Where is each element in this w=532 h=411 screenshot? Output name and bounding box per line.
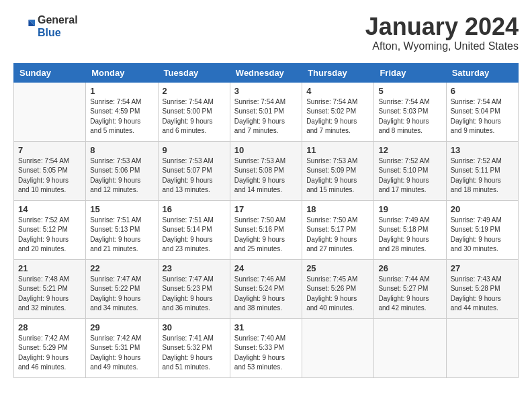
calendar-cell: 9Sunrise: 7:53 AMSunset: 5:07 PMDaylight…	[158, 141, 230, 200]
day-detail: Sunrise: 7:49 AMSunset: 5:19 PMDaylight:…	[451, 216, 514, 255]
day-detail: Sunrise: 7:42 AMSunset: 5:31 PMDaylight:…	[90, 334, 153, 373]
calendar-cell: 16Sunrise: 7:51 AMSunset: 5:14 PMDayligh…	[158, 200, 230, 259]
calendar-cell: 13Sunrise: 7:52 AMSunset: 5:11 PMDayligh…	[446, 141, 518, 200]
calendar-cell: 24Sunrise: 7:46 AMSunset: 5:24 PMDayligh…	[230, 259, 302, 318]
calendar-cell: 27Sunrise: 7:43 AMSunset: 5:28 PMDayligh…	[446, 259, 518, 318]
day-detail: Sunrise: 7:50 AMSunset: 5:16 PMDaylight:…	[234, 216, 298, 255]
day-detail: Sunrise: 7:50 AMSunset: 5:17 PMDaylight:…	[306, 216, 369, 255]
day-number: 18	[306, 204, 369, 214]
calendar-cell: 17Sunrise: 7:50 AMSunset: 5:16 PMDayligh…	[230, 200, 302, 259]
calendar-cell: 2Sunrise: 7:54 AMSunset: 5:00 PMDaylight…	[158, 82, 230, 141]
calendar-header: SundayMondayTuesdayWednesdayThursdayFrid…	[14, 63, 519, 82]
calendar-cell: 21Sunrise: 7:48 AMSunset: 5:21 PMDayligh…	[14, 259, 86, 318]
calendar-cell: 29Sunrise: 7:42 AMSunset: 5:31 PMDayligh…	[86, 318, 158, 377]
day-number: 28	[18, 322, 81, 332]
page-header: General Blue January 2024 Afton, Wyoming…	[13, 13, 519, 52]
calendar: SundayMondayTuesdayWednesdayThursdayFrid…	[13, 63, 519, 378]
calendar-cell: 15Sunrise: 7:51 AMSunset: 5:13 PMDayligh…	[86, 200, 158, 259]
calendar-cell: 19Sunrise: 7:49 AMSunset: 5:18 PMDayligh…	[374, 200, 446, 259]
calendar-cell: 25Sunrise: 7:45 AMSunset: 5:26 PMDayligh…	[302, 259, 374, 318]
day-detail: Sunrise: 7:46 AMSunset: 5:24 PMDaylight:…	[234, 275, 298, 314]
logo-text: General Blue	[38, 13, 78, 39]
day-detail: Sunrise: 7:53 AMSunset: 5:06 PMDaylight:…	[90, 156, 153, 195]
day-detail: Sunrise: 7:54 AMSunset: 4:59 PMDaylight:…	[90, 97, 153, 136]
calendar-cell: 28Sunrise: 7:42 AMSunset: 5:29 PMDayligh…	[14, 318, 86, 377]
day-detail: Sunrise: 7:52 AMSunset: 5:12 PMDaylight:…	[18, 216, 81, 255]
day-number: 15	[90, 204, 153, 214]
calendar-week-1: 1Sunrise: 7:54 AMSunset: 4:59 PMDaylight…	[14, 82, 519, 141]
day-detail: Sunrise: 7:42 AMSunset: 5:29 PMDaylight:…	[18, 334, 81, 373]
location-title: Afton, Wyoming, United States	[365, 40, 519, 52]
calendar-cell: 4Sunrise: 7:54 AMSunset: 5:02 PMDaylight…	[302, 82, 374, 141]
day-number: 25	[306, 263, 369, 273]
day-detail: Sunrise: 7:41 AMSunset: 5:32 PMDaylight:…	[163, 334, 226, 373]
day-number: 20	[451, 204, 514, 214]
day-number: 26	[378, 263, 441, 273]
day-number: 12	[378, 145, 441, 155]
day-detail: Sunrise: 7:54 AMSunset: 5:00 PMDaylight:…	[163, 97, 226, 136]
calendar-cell	[374, 318, 446, 377]
day-number: 6	[451, 86, 514, 96]
day-number: 30	[163, 322, 226, 332]
calendar-week-4: 21Sunrise: 7:48 AMSunset: 5:21 PMDayligh…	[14, 259, 519, 318]
day-number: 17	[234, 204, 298, 214]
day-detail: Sunrise: 7:51 AMSunset: 5:14 PMDaylight:…	[163, 216, 226, 255]
calendar-week-3: 14Sunrise: 7:52 AMSunset: 5:12 PMDayligh…	[14, 200, 519, 259]
day-number: 14	[18, 204, 81, 214]
calendar-cell: 7Sunrise: 7:54 AMSunset: 5:05 PMDaylight…	[14, 141, 86, 200]
calendar-cell: 23Sunrise: 7:47 AMSunset: 5:23 PMDayligh…	[158, 259, 230, 318]
day-number: 10	[234, 145, 298, 155]
day-number: 29	[90, 322, 153, 332]
day-detail: Sunrise: 7:47 AMSunset: 5:23 PMDaylight:…	[163, 275, 226, 314]
calendar-cell: 8Sunrise: 7:53 AMSunset: 5:06 PMDaylight…	[86, 141, 158, 200]
calendar-cell: 14Sunrise: 7:52 AMSunset: 5:12 PMDayligh…	[14, 200, 86, 259]
calendar-cell: 20Sunrise: 7:49 AMSunset: 5:19 PMDayligh…	[446, 200, 518, 259]
weekday-header-tuesday: Tuesday	[158, 63, 230, 82]
day-number: 13	[451, 145, 514, 155]
weekday-header-sunday: Sunday	[14, 63, 86, 82]
day-detail: Sunrise: 7:44 AMSunset: 5:27 PMDaylight:…	[378, 275, 441, 314]
calendar-cell	[14, 82, 86, 141]
day-detail: Sunrise: 7:40 AMSunset: 5:33 PMDaylight:…	[234, 334, 298, 373]
day-number: 8	[90, 145, 153, 155]
calendar-cell	[446, 318, 518, 377]
logo-icon	[13, 15, 35, 37]
day-detail: Sunrise: 7:54 AMSunset: 5:05 PMDaylight:…	[18, 156, 81, 195]
weekday-header-saturday: Saturday	[446, 63, 518, 82]
calendar-cell: 12Sunrise: 7:52 AMSunset: 5:10 PMDayligh…	[374, 141, 446, 200]
calendar-cell: 3Sunrise: 7:54 AMSunset: 5:01 PMDaylight…	[230, 82, 302, 141]
title-block: January 2024 Afton, Wyoming, United Stat…	[365, 13, 519, 52]
calendar-week-2: 7Sunrise: 7:54 AMSunset: 5:05 PMDaylight…	[14, 141, 519, 200]
weekday-header-monday: Monday	[86, 63, 158, 82]
day-number: 16	[163, 204, 226, 214]
day-detail: Sunrise: 7:48 AMSunset: 5:21 PMDaylight:…	[18, 275, 81, 314]
day-detail: Sunrise: 7:54 AMSunset: 5:02 PMDaylight:…	[306, 97, 369, 136]
day-number: 23	[163, 263, 226, 273]
calendar-cell: 6Sunrise: 7:54 AMSunset: 5:04 PMDaylight…	[446, 82, 518, 141]
day-detail: Sunrise: 7:51 AMSunset: 5:13 PMDaylight:…	[90, 216, 153, 255]
day-number: 27	[451, 263, 514, 273]
calendar-week-5: 28Sunrise: 7:42 AMSunset: 5:29 PMDayligh…	[14, 318, 519, 377]
day-number: 9	[163, 145, 226, 155]
day-detail: Sunrise: 7:54 AMSunset: 5:01 PMDaylight:…	[234, 97, 298, 136]
day-detail: Sunrise: 7:52 AMSunset: 5:10 PMDaylight:…	[378, 156, 441, 195]
calendar-cell: 18Sunrise: 7:50 AMSunset: 5:17 PMDayligh…	[302, 200, 374, 259]
day-number: 11	[306, 145, 369, 155]
calendar-cell: 31Sunrise: 7:40 AMSunset: 5:33 PMDayligh…	[230, 318, 302, 377]
logo: General Blue	[13, 13, 78, 39]
day-number: 4	[306, 86, 369, 96]
day-detail: Sunrise: 7:53 AMSunset: 5:08 PMDaylight:…	[234, 156, 298, 195]
weekday-header-friday: Friday	[374, 63, 446, 82]
calendar-cell: 30Sunrise: 7:41 AMSunset: 5:32 PMDayligh…	[158, 318, 230, 377]
calendar-body: 1Sunrise: 7:54 AMSunset: 4:59 PMDaylight…	[14, 82, 519, 377]
day-number: 22	[90, 263, 153, 273]
day-number: 19	[378, 204, 441, 214]
day-number: 31	[234, 322, 298, 332]
day-number: 2	[163, 86, 226, 96]
day-detail: Sunrise: 7:43 AMSunset: 5:28 PMDaylight:…	[451, 275, 514, 314]
day-detail: Sunrise: 7:52 AMSunset: 5:11 PMDaylight:…	[451, 156, 514, 195]
day-detail: Sunrise: 7:54 AMSunset: 5:04 PMDaylight:…	[451, 97, 514, 136]
calendar-cell: 11Sunrise: 7:53 AMSunset: 5:09 PMDayligh…	[302, 141, 374, 200]
day-number: 5	[378, 86, 441, 96]
calendar-cell: 26Sunrise: 7:44 AMSunset: 5:27 PMDayligh…	[374, 259, 446, 318]
